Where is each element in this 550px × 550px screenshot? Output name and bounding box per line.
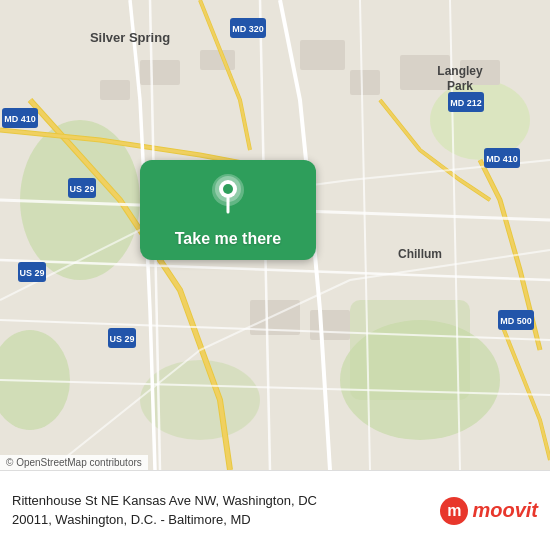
svg-rect-9 [200,50,235,70]
svg-text:Silver Spring: Silver Spring [90,30,170,45]
osm-attribution: © OpenStreetMap contributors [0,455,148,470]
map-container: US 29 US 29 US 29 MD 320 MD 410 MD 410 M… [0,0,550,470]
svg-rect-15 [310,310,350,340]
svg-text:Langley: Langley [437,64,483,78]
take-me-there-label: Take me there [175,230,281,248]
osm-text: © OpenStreetMap contributors [6,457,142,468]
svg-text:MD 212: MD 212 [450,98,482,108]
address-block: Rittenhouse St NE Kansas Ave NW, Washing… [12,492,428,528]
svg-rect-11 [350,70,380,95]
svg-text:US 29: US 29 [19,268,44,278]
svg-rect-7 [100,80,130,100]
svg-text:Chillum: Chillum [398,247,442,261]
address-line2: 20011, Washington, D.C. - Baltimore, MD [12,511,428,529]
location-pin-icon [212,174,244,214]
svg-rect-10 [300,40,345,70]
svg-text:US 29: US 29 [69,184,94,194]
svg-rect-8 [140,60,180,85]
moovit-logo: m moovit [440,497,538,525]
svg-point-39 [223,184,233,194]
info-bar: Rittenhouse St NE Kansas Ave NW, Washing… [0,470,550,550]
svg-text:Park: Park [447,79,473,93]
address-line1: Rittenhouse St NE Kansas Ave NW, Washing… [12,492,428,510]
moovit-icon: m [440,497,468,525]
svg-text:US 29: US 29 [109,334,134,344]
moovit-wordmark: moovit [472,499,538,522]
svg-text:MD 320: MD 320 [232,24,264,34]
svg-text:MD 410: MD 410 [4,114,36,124]
take-me-there-button[interactable]: Take me there [140,160,316,260]
svg-text:MD 500: MD 500 [500,316,532,326]
svg-text:MD 410: MD 410 [486,154,518,164]
